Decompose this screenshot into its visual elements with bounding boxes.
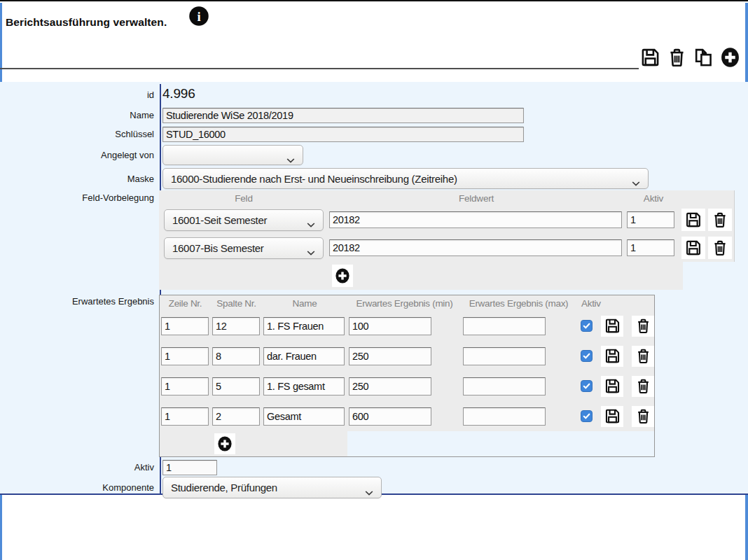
row-save-button[interactable] [601, 346, 623, 367]
zeile-nr-input[interactable] [161, 407, 209, 426]
ergebnis-max-input[interactable] [463, 317, 546, 335]
spalte-nr-input[interactable] [212, 377, 260, 396]
maske-select[interactable]: 16000-Studierende nach Erst- und Neueins… [162, 168, 649, 189]
feld-select[interactable]: 16001-Seit Semester [164, 209, 324, 231]
angelegt-von-select[interactable] [162, 145, 303, 165]
erwartetes-ergebnis-label: Erwartetes Ergebnis [0, 293, 158, 307]
chevron-down-icon [365, 486, 373, 491]
ergebnis-min-input[interactable] [349, 347, 431, 365]
save-button[interactable] [639, 46, 661, 69]
spalte-nr-input[interactable] [212, 347, 260, 365]
row-delete-button[interactable] [632, 346, 654, 367]
name-input[interactable] [263, 347, 345, 365]
feld-aktiv-input[interactable] [627, 211, 674, 228]
name-input[interactable] [263, 317, 345, 335]
feld-select[interactable]: 16007-Bis Semester [164, 237, 324, 259]
aktiv-checkbox[interactable] [581, 380, 593, 392]
svg-text:i: i [197, 9, 200, 24]
id-label: id [0, 90, 158, 100]
spalte-nr-input[interactable] [212, 407, 260, 426]
aktiv-checkbox[interactable] [581, 350, 593, 362]
row-save-button[interactable] [681, 209, 705, 231]
chevron-down-icon [307, 246, 315, 251]
erwartetes-ergebnis-row [160, 371, 654, 401]
komponente-select[interactable]: Studierende, Prüfungen [162, 477, 382, 498]
ergebnis-min-input[interactable] [349, 377, 431, 396]
feld-vorbelegung-row: 16001-Seit Semester [159, 206, 735, 234]
chevron-down-icon [307, 218, 315, 223]
add-button[interactable] [719, 46, 741, 69]
row-save-button[interactable] [681, 237, 705, 259]
erwartetes-ergebnis-row [160, 401, 654, 431]
angelegt-von-label: Angelegt von [0, 150, 158, 160]
aktiv-label: Aktiv [0, 462, 158, 472]
row-save-button[interactable] [601, 376, 623, 397]
maske-label: Maske [0, 174, 158, 184]
toolbar [639, 46, 741, 69]
zeile-nr-input[interactable] [161, 347, 209, 365]
feld-select-value: 16001-Seit Semester [172, 214, 267, 226]
ergebnis-min-input[interactable] [349, 317, 431, 335]
column-header-zeile-nr: Zeile Nr. [160, 298, 211, 309]
column-header-aktiv: Aktiv [576, 298, 654, 309]
erwartetes-ergebnis-row [160, 341, 654, 371]
column-header-name: Name [262, 298, 347, 309]
row-save-button[interactable] [601, 406, 623, 427]
ergebnis-max-input[interactable] [463, 407, 546, 426]
copy-button[interactable] [693, 46, 714, 69]
report-form: id 4.996 Name Schlüssel Angelegt von Mas… [0, 82, 748, 495]
maske-value: 16000-Studierende nach Erst- und Neueins… [171, 173, 457, 185]
erwartetes-ergebnis-footer [160, 431, 654, 456]
feldwert-input[interactable] [329, 211, 622, 228]
name-label: Name [0, 110, 158, 120]
name-input[interactable] [263, 377, 345, 396]
info-icon[interactable]: i [188, 6, 209, 27]
row-delete-button[interactable] [632, 406, 654, 427]
row-delete-button[interactable] [708, 209, 732, 231]
zeile-nr-input[interactable] [161, 317, 209, 335]
aktiv-checkbox[interactable] [581, 320, 593, 332]
column-header-spalte-nr: Spalte Nr. [211, 298, 262, 309]
komponente-value: Studierende, Prüfungen [171, 482, 277, 493]
feld-aktiv-input[interactable] [627, 239, 674, 256]
schluessel-label: Schlüssel [0, 129, 158, 139]
row-delete-button[interactable] [708, 237, 732, 259]
feld-vorbelegung-header: Feld Feldwert Aktiv [159, 190, 735, 206]
feldwert-input[interactable] [329, 239, 622, 256]
ergebnis-max-input[interactable] [463, 377, 546, 396]
toolbar-divider [0, 68, 639, 69]
column-header-aktiv: Aktiv [624, 193, 683, 204]
ergebnis-max-input[interactable] [463, 347, 546, 365]
id-value: 4.996 [162, 86, 195, 102]
add-feld-row-button[interactable] [332, 265, 353, 287]
name-input[interactable] [263, 407, 345, 426]
feld-vorbelegung-table: Feld Feldwert Aktiv 16001-Seit Semester [159, 190, 735, 293]
chevron-down-icon [286, 153, 295, 158]
column-header-feld: Feld [159, 193, 328, 204]
schluessel-input[interactable] [162, 127, 524, 142]
erwartetes-ergebnis-header: Zeile Nr. Spalte Nr. Name Erwartes Ergeb… [160, 295, 654, 311]
row-delete-button[interactable] [632, 376, 654, 397]
row-save-button[interactable] [601, 316, 623, 337]
spalte-nr-input[interactable] [212, 317, 260, 335]
zeile-nr-input[interactable] [161, 377, 209, 396]
erwartetes-ergebnis-table: Zeile Nr. Spalte Nr. Name Erwartes Ergeb… [159, 295, 655, 457]
erwartetes-ergebnis-row [160, 311, 654, 341]
page-title: Berichtsausführung verwalten. [6, 16, 167, 29]
feld-vorbelegung-label: Feld-Vorbelegung [0, 190, 158, 203]
column-header-ergebnis-min: Erwartes Ergebnis (min) [347, 298, 462, 309]
aktiv-checkbox[interactable] [581, 410, 593, 422]
name-input[interactable] [162, 108, 524, 123]
aktiv-input[interactable] [162, 460, 217, 475]
feld-vorbelegung-footer [159, 262, 735, 293]
column-header-ergebnis-max: Erwartes Ergebnis (max) [462, 298, 576, 309]
column-header-feldwert: Feldwert [328, 193, 624, 204]
berichtsausfuehrung-page: Berichtsausführung verwalten. i [0, 0, 748, 560]
row-delete-button[interactable] [632, 316, 654, 337]
ergebnis-min-input[interactable] [349, 407, 431, 426]
feld-vorbelegung-row: 16007-Bis Semester [159, 234, 735, 262]
feld-select-value: 16007-Bis Semester [172, 242, 264, 254]
delete-button[interactable] [666, 46, 688, 69]
add-ergebnis-row-button[interactable] [214, 433, 235, 454]
chevron-down-icon [632, 176, 640, 181]
